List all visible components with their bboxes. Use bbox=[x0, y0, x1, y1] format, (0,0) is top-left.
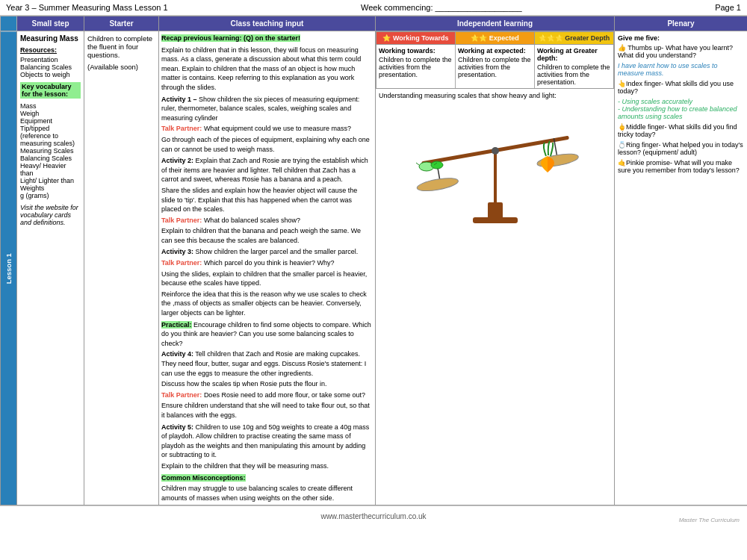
middle-label: 🖕Middle finger- bbox=[618, 123, 667, 131]
recap-label: Recap previous learning: (Q) on the star… bbox=[161, 34, 300, 42]
talk3-text: Which parcel do you think is heavier? Wh… bbox=[204, 259, 335, 267]
resource-presentation: Presentation bbox=[20, 56, 81, 63]
gd-subtitle: Working at Greater depth: bbox=[537, 47, 611, 62]
resource-scales: Balancing Scales bbox=[20, 63, 81, 71]
page-footer: www.masterthecurriculum.co.uk Master The… bbox=[0, 505, 747, 526]
small-step-title: Measuring Mass bbox=[20, 34, 81, 43]
vocab-list: Mass Weigh Equipment Tip/tipped (referen… bbox=[20, 102, 81, 199]
thumb-label: 👍 Thumbs up- bbox=[618, 44, 663, 52]
plenary-thumb: 👍 Thumbs up- What have you learnt? What … bbox=[618, 44, 744, 59]
activity2-label: Activity 2: bbox=[161, 157, 193, 164]
lesson-label: Lesson 1 bbox=[1, 31, 17, 505]
wt-content: Working towards: Children to complete th… bbox=[376, 45, 456, 89]
plenary-intro: Give me five: bbox=[618, 34, 744, 42]
practical-text: Encourage children to find some objects … bbox=[161, 321, 371, 347]
lesson-table: Small step Starter Class teaching input … bbox=[0, 16, 747, 505]
footer-website: www.masterthecurriculum.co.uk bbox=[320, 512, 426, 520]
col-starter: Starter bbox=[84, 16, 159, 31]
week-commencing: Week commencing: ___________________ bbox=[361, 3, 522, 12]
svg-rect-1 bbox=[473, 217, 518, 223]
reinforce-text: Reinforce the idea that this is the reas… bbox=[161, 290, 373, 318]
starter-text: Children to complete the fluent in four … bbox=[87, 34, 155, 59]
talk2-text: What do balanced scales show? bbox=[204, 217, 300, 224]
footer-logo: Master The Curriculum bbox=[679, 517, 740, 523]
plenary-ring: 💍Ring finger- What helped you in today's… bbox=[618, 141, 744, 156]
column-headers: Small step Starter Class teaching input … bbox=[1, 16, 748, 31]
scales-section: Understanding measuring scales that show… bbox=[376, 89, 614, 232]
wt-subtitle: Working towards: bbox=[379, 47, 453, 55]
svg-point-6 bbox=[416, 175, 459, 193]
activity5-label: Activity 5: bbox=[161, 423, 193, 431]
index-list: - Using scales accurately - Understandin… bbox=[618, 98, 744, 120]
col-independent: Independent learning bbox=[376, 16, 615, 31]
intro-text: Explain to children that in this lesson,… bbox=[161, 46, 373, 93]
small-step-cell: Measuring Mass Resources: Presentation B… bbox=[17, 31, 84, 505]
resources-label: Resources: bbox=[20, 46, 57, 54]
independent-cell: ⭐ Working Towards ⭐⭐ Expected ⭐⭐⭐ Greate… bbox=[376, 31, 615, 505]
talk4-label: Talk Partner: bbox=[161, 391, 202, 399]
wt-text: Children to complete the activities from… bbox=[379, 56, 453, 78]
plenary-index: 👆Index finger- What skills did you use t… bbox=[618, 80, 744, 95]
learnt-text: I have learnt how to use scales to measu… bbox=[618, 62, 744, 77]
plenary-middle: 🖕Middle finger- What skills did you find… bbox=[618, 123, 744, 138]
svg-point-8 bbox=[492, 147, 499, 155]
talk1-cont: Go through each of the pieces of equipme… bbox=[161, 135, 373, 154]
gd-text: Children to complete the activities from… bbox=[537, 63, 611, 86]
ex-header: ⭐⭐ Expected bbox=[456, 32, 535, 45]
index-label: 👆Index finger- bbox=[618, 80, 663, 87]
talk1-text: What equipment could we use to measure m… bbox=[204, 125, 351, 132]
visit-text: Visit the website for vocabulary cards a… bbox=[20, 204, 81, 226]
col-small-step: Small step bbox=[17, 16, 84, 31]
svg-rect-2 bbox=[494, 150, 497, 204]
scales-label: Understanding measuring scales that show… bbox=[379, 92, 611, 99]
starter-available: (Available soon) bbox=[87, 63, 155, 71]
activity5-cont: Explain to the children that they will b… bbox=[161, 461, 373, 471]
plenary-pinkie: 🤙Pinkie promise- What will you make sure… bbox=[618, 159, 744, 174]
practical-label: Practical: bbox=[161, 321, 192, 329]
col-plenary: Plenary bbox=[615, 16, 748, 31]
gd-stars: ⭐⭐⭐ bbox=[539, 34, 563, 42]
ex-content: Working at expected: Children to complet… bbox=[456, 45, 535, 89]
talk2-label: Talk Partner: bbox=[161, 217, 202, 224]
starter-cell: Children to complete the fluent in four … bbox=[84, 31, 159, 505]
page-title: Year 3 – Summer Measuring Mass Lesson 1 bbox=[6, 3, 168, 12]
col-class-teaching: Class teaching input bbox=[159, 16, 376, 31]
pinkie-label: 🤙Pinkie promise- bbox=[618, 159, 672, 167]
resource-objects: Objects to weigh bbox=[20, 71, 81, 78]
ex-subtitle: Working at expected: bbox=[458, 47, 532, 55]
gd-content: Working at Greater depth: Children to co… bbox=[535, 45, 614, 89]
misconceptions-text: Children may struggle to use balancing s… bbox=[161, 484, 373, 503]
vocab-highlight-label: Key vocabulary for the lesson: bbox=[20, 82, 81, 99]
misconceptions-label: Common Misconceptions: bbox=[161, 474, 246, 482]
activity2-cont: Share the slides and explain how the hea… bbox=[161, 186, 373, 214]
gd-header: ⭐⭐⭐ Greater Depth bbox=[535, 32, 614, 45]
talk4-cont: Ensure children understand that she will… bbox=[161, 401, 373, 420]
talk2-cont: Explain to children that the banana and … bbox=[161, 226, 373, 245]
page-wrapper: Year 3 – Summer Measuring Mass Lesson 1 … bbox=[0, 0, 747, 526]
activity3-text: Show children the larger parcel and the … bbox=[196, 248, 359, 255]
plenary-cell: Give me five: 👍 Thumbs up- What have you… bbox=[615, 31, 748, 505]
activity3-label: Activity 3: bbox=[161, 248, 193, 255]
activity4-label: Activity 4: bbox=[161, 350, 193, 358]
talk3-cont: Using the slides, explain to children th… bbox=[161, 270, 373, 288]
page-number: Page 1 bbox=[715, 3, 741, 12]
talk1-label: Talk Partner: bbox=[161, 125, 202, 132]
talk4-text: Does Rosie need to add more flour, or ta… bbox=[204, 391, 365, 399]
wt-stars: ⭐ bbox=[382, 34, 391, 42]
page-header: Year 3 – Summer Measuring Mass Lesson 1 … bbox=[0, 0, 747, 16]
ex-stars: ⭐⭐ bbox=[471, 34, 487, 42]
ex-text: Children to complete the activities from… bbox=[458, 56, 532, 78]
activity4-cont: Discuss how the scales tip when Rosie pu… bbox=[161, 379, 373, 389]
talk3-label: Talk Partner: bbox=[161, 259, 202, 267]
balance-scales-svg bbox=[398, 105, 592, 225]
svg-line-11 bbox=[416, 163, 419, 165]
scales-image bbox=[379, 102, 611, 229]
svg-point-10 bbox=[431, 161, 443, 169]
ring-label: 💍Ring finger- bbox=[618, 141, 661, 149]
lesson-row: Lesson 1 Measuring Mass Resources: Prese… bbox=[1, 31, 748, 505]
class-teaching-cell: Recap previous learning: (Q) on the star… bbox=[159, 31, 376, 505]
wt-header: ⭐ Working Towards bbox=[376, 32, 456, 45]
activity1-label: Activity 1 – bbox=[161, 96, 197, 103]
